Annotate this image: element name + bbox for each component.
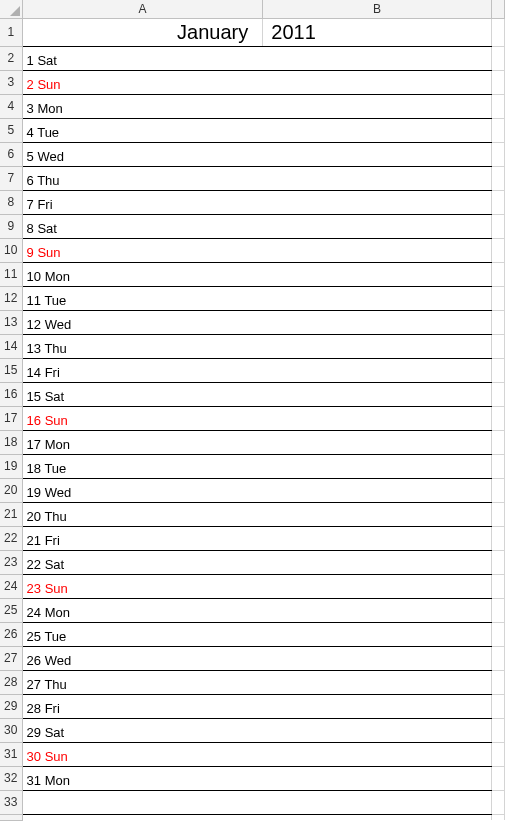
cell-day[interactable]: 13 Thu (22, 334, 263, 358)
cell-day[interactable]: 31 Mon (22, 766, 263, 790)
row-header-14[interactable]: 14 (0, 334, 22, 358)
cell-day[interactable]: 9 Sun (22, 238, 263, 262)
cell-overflow[interactable] (491, 70, 504, 94)
cell-empty[interactable] (263, 718, 492, 742)
cell-empty[interactable] (263, 550, 492, 574)
cell-empty[interactable] (263, 622, 492, 646)
cell-day[interactable]: 11 Tue (22, 286, 263, 310)
cell-overflow[interactable] (491, 742, 504, 766)
cell-overflow[interactable] (491, 478, 504, 502)
cell-day[interactable]: 29 Sat (22, 718, 263, 742)
column-header-a[interactable]: A (22, 0, 263, 18)
cell-partial[interactable] (491, 814, 504, 820)
cell-partial[interactable] (22, 814, 263, 820)
cell-empty[interactable] (263, 766, 492, 790)
row-header-25[interactable]: 25 (0, 598, 22, 622)
cell-day[interactable]: 22 Sat (22, 550, 263, 574)
cell-empty[interactable] (263, 694, 492, 718)
cell-overflow[interactable] (491, 502, 504, 526)
cell-day[interactable]: 12 Wed (22, 310, 263, 334)
row-header-9[interactable]: 9 (0, 214, 22, 238)
row-header-11[interactable]: 11 (0, 262, 22, 286)
cell-day[interactable]: 7 Fri (22, 190, 263, 214)
cell-day[interactable]: 10 Mon (22, 262, 263, 286)
row-header-28[interactable]: 28 (0, 670, 22, 694)
cell-overflow[interactable] (491, 334, 504, 358)
cell-empty[interactable] (263, 502, 492, 526)
cell-day[interactable]: 23 Sun (22, 574, 263, 598)
cell-day[interactable]: 26 Wed (22, 646, 263, 670)
cell-day[interactable]: 8 Sat (22, 214, 263, 238)
row-header-partial[interactable] (0, 814, 22, 820)
cell-empty[interactable] (22, 790, 263, 814)
cell-overflow[interactable] (491, 382, 504, 406)
row-header-15[interactable]: 15 (0, 358, 22, 382)
row-header-16[interactable]: 16 (0, 382, 22, 406)
cell-empty[interactable] (263, 382, 492, 406)
cell-month[interactable]: January (22, 18, 263, 46)
cell-day[interactable]: 5 Wed (22, 142, 263, 166)
cell-empty[interactable] (263, 118, 492, 142)
cell-day[interactable]: 25 Tue (22, 622, 263, 646)
cell-empty[interactable] (263, 334, 492, 358)
cell-day[interactable]: 20 Thu (22, 502, 263, 526)
cell-year[interactable]: 2011 (263, 18, 492, 46)
row-header-3[interactable]: 3 (0, 70, 22, 94)
row-header-4[interactable]: 4 (0, 94, 22, 118)
cell-empty[interactable] (263, 286, 492, 310)
cell-overflow[interactable] (491, 718, 504, 742)
cell-day[interactable]: 28 Fri (22, 694, 263, 718)
cell-overflow[interactable] (491, 430, 504, 454)
cell-overflow[interactable] (491, 790, 504, 814)
cell-empty[interactable] (263, 166, 492, 190)
cell-empty[interactable] (263, 454, 492, 478)
cell-empty[interactable] (263, 526, 492, 550)
cell-empty[interactable] (263, 238, 492, 262)
cell-overflow[interactable] (491, 46, 504, 70)
cell-overflow[interactable] (491, 214, 504, 238)
cell-day[interactable]: 30 Sun (22, 742, 263, 766)
cell-empty[interactable] (263, 310, 492, 334)
row-header-27[interactable]: 27 (0, 646, 22, 670)
cell-overflow[interactable] (491, 262, 504, 286)
row-header-23[interactable]: 23 (0, 550, 22, 574)
row-header-12[interactable]: 12 (0, 286, 22, 310)
cell-empty[interactable] (263, 46, 492, 70)
cell-empty[interactable] (263, 70, 492, 94)
cell-empty[interactable] (263, 478, 492, 502)
cell-day[interactable]: 14 Fri (22, 358, 263, 382)
cell-day[interactable]: 21 Fri (22, 526, 263, 550)
cell-day[interactable]: 6 Thu (22, 166, 263, 190)
row-header-7[interactable]: 7 (0, 166, 22, 190)
cell-empty[interactable] (263, 262, 492, 286)
row-header-32[interactable]: 32 (0, 766, 22, 790)
row-header-18[interactable]: 18 (0, 430, 22, 454)
cell-empty[interactable] (263, 94, 492, 118)
cell-overflow[interactable] (491, 694, 504, 718)
row-header-1[interactable]: 1 (0, 18, 22, 46)
cell-overflow[interactable] (491, 94, 504, 118)
cell-empty[interactable] (263, 574, 492, 598)
cell-partial[interactable] (263, 814, 492, 820)
cell-day[interactable]: 27 Thu (22, 670, 263, 694)
row-header-22[interactable]: 22 (0, 526, 22, 550)
cell-overflow[interactable] (491, 574, 504, 598)
cell-empty[interactable] (263, 430, 492, 454)
cell-day[interactable]: 4 Tue (22, 118, 263, 142)
cell-day[interactable]: 19 Wed (22, 478, 263, 502)
row-header-31[interactable]: 31 (0, 742, 22, 766)
cell-overflow[interactable] (491, 646, 504, 670)
cell-empty[interactable] (263, 670, 492, 694)
row-header-21[interactable]: 21 (0, 502, 22, 526)
cell-day[interactable]: 16 Sun (22, 406, 263, 430)
row-header-8[interactable]: 8 (0, 190, 22, 214)
column-header-b[interactable]: B (263, 0, 492, 18)
row-header-13[interactable]: 13 (0, 310, 22, 334)
cell-overflow[interactable] (491, 454, 504, 478)
select-all-corner[interactable] (0, 0, 22, 18)
row-header-24[interactable]: 24 (0, 574, 22, 598)
row-header-6[interactable]: 6 (0, 142, 22, 166)
cell-overflow[interactable] (491, 598, 504, 622)
cell-empty[interactable] (263, 646, 492, 670)
cell-day[interactable]: 24 Mon (22, 598, 263, 622)
